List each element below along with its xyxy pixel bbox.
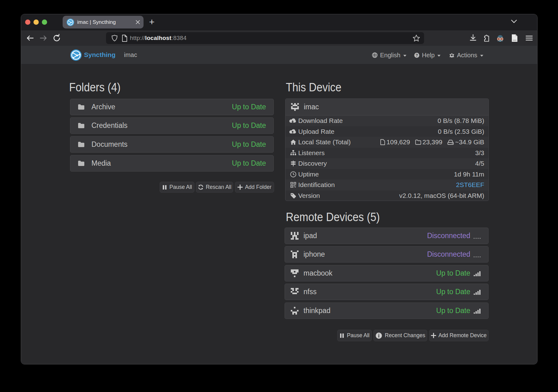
svg-text:?: ? [416,53,418,57]
